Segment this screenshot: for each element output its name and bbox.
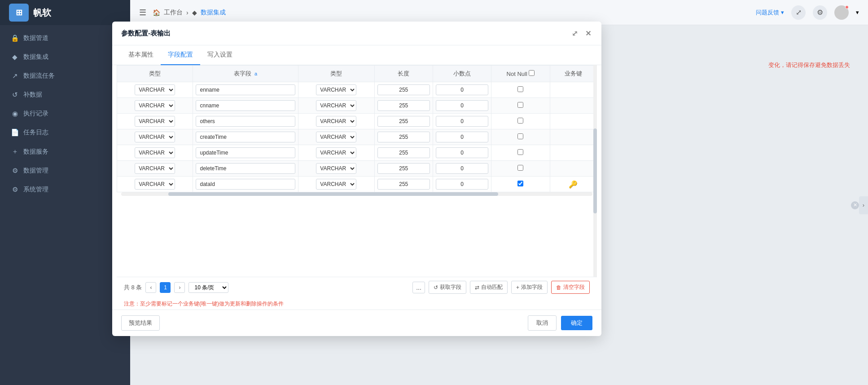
decimal-input[interactable] <box>436 163 488 174</box>
cell-type1: VARCHARINTBIGINTTEXTDATEDATETIMEFLOATDOU… <box>117 82 193 98</box>
type1-select[interactable]: VARCHARINTBIGINTTEXTDATEDATETIMEFLOATDOU… <box>135 84 175 95</box>
type1-select[interactable]: VARCHARINTBIGINTTEXTDATEDATETIMEFLOATDOU… <box>135 132 175 142</box>
length-input[interactable] <box>377 100 430 111</box>
total-count: 共 8 条 <box>124 283 142 292</box>
decimal-input[interactable] <box>436 147 488 158</box>
length-input[interactable] <box>377 84 430 95</box>
type1-select[interactable]: VARCHARINTBIGINTTEXTDATEDATETIMEFLOATDOU… <box>135 163 175 174</box>
not-null-checkbox[interactable] <box>517 133 523 139</box>
settings-icon-btn[interactable]: ⚙ <box>813 5 827 20</box>
close-notice-btn[interactable]: ✕ <box>851 201 859 209</box>
tab-write[interactable]: 写入设置 <box>200 45 240 65</box>
type2-select[interactable]: VARCHARINTBIGINTTEXTDATEDATETIMEFLOATDOU… <box>316 179 356 190</box>
type1-select[interactable]: VARCHARINTBIGINTTEXTDATEDATETIMEFLOATDOU… <box>135 179 175 190</box>
table-field-input[interactable] <box>196 84 295 95</box>
next-page-btn[interactable]: › <box>174 282 185 293</box>
menu-icon[interactable]: ☰ <box>139 8 146 18</box>
sidebar-item-data-flow[interactable]: ↗ 数据流任务 <box>0 66 130 85</box>
table-field-input[interactable] <box>196 179 295 190</box>
length-input[interactable] <box>377 132 430 142</box>
tab-fields[interactable]: 字段配置 <box>161 45 200 65</box>
table-field-input[interactable] <box>196 100 295 111</box>
sidebar-item-data-manage[interactable]: ⚙ 数据管理 <box>0 161 130 180</box>
type2-select[interactable]: VARCHARINTBIGINTTEXTDATEDATETIMEFLOATDOU… <box>316 163 356 174</box>
type2-select[interactable]: VARCHARINTBIGINTTEXTDATEDATETIMEFLOATDOU… <box>316 84 356 95</box>
table-field-input[interactable] <box>196 163 295 174</box>
task-log-icon: 📄 <box>11 128 19 137</box>
refresh-icon: ↺ <box>434 284 438 291</box>
tab-basic[interactable]: 基本属性 <box>121 45 161 65</box>
type1-select[interactable]: VARCHARINTBIGINTTEXTDATEDATETIMEFLOATDOU… <box>135 116 175 127</box>
preview-btn[interactable]: 预览结果 <box>121 315 160 331</box>
auto-match-icon: ⇄ <box>475 284 479 291</box>
length-input[interactable] <box>377 116 430 127</box>
table-field-input[interactable] <box>196 147 295 158</box>
type2-select[interactable]: VARCHARINTBIGINTTEXTDATEDATETIMEFLOATDOU… <box>316 147 356 158</box>
auto-match-btn[interactable]: ⇄ 自动匹配 <box>470 281 508 294</box>
type1-select[interactable]: VARCHARINTBIGINTTEXTDATEDATETIMEFLOATDOU… <box>135 100 175 111</box>
breadcrumb-workbench[interactable]: 工作台 <box>164 9 183 17</box>
not-null-checkbox[interactable] <box>517 86 523 92</box>
length-input[interactable] <box>377 147 430 158</box>
table-field-input[interactable] <box>196 116 295 127</box>
decimal-input[interactable] <box>436 100 488 111</box>
cell-type2: VARCHARINTBIGINTTEXTDATEDATETIMEFLOATDOU… <box>298 161 374 177</box>
not-null-checkbox[interactable] <box>517 165 523 171</box>
decimal-input[interactable] <box>436 179 488 190</box>
sidebar-item-data-service[interactable]: ＋ 数据服务 <box>0 142 130 161</box>
type2-select[interactable]: VARCHARINTBIGINTTEXTDATEDATETIMEFLOATDOU… <box>316 100 356 111</box>
sidebar-item-label: 任务日志 <box>23 128 48 137</box>
type2-select[interactable]: VARCHARINTBIGINTTEXTDATEDATETIMEFLOATDOU… <box>316 116 356 127</box>
user-avatar[interactable] <box>834 5 849 20</box>
action-buttons: ... ↺ 获取字段 ⇄ 自动匹配 + 添加字段 🗑 清空字段 <box>412 281 590 294</box>
sidebar-item-label: 补数据 <box>23 91 42 99</box>
page-1-btn[interactable]: 1 <box>160 282 171 293</box>
clear-fields-btn[interactable]: 🗑 清空字段 <box>551 281 590 294</box>
prev-page-btn[interactable]: ‹ <box>145 282 156 293</box>
confirm-btn[interactable]: 确定 <box>561 316 592 330</box>
not-null-checkbox[interactable] <box>517 181 523 186</box>
decimal-input[interactable] <box>436 116 488 127</box>
not-null-checkbox[interactable] <box>517 149 523 155</box>
user-menu-chevron[interactable]: ▾ <box>856 9 859 16</box>
dialog-expand-btn[interactable]: ⤢ <box>570 29 579 38</box>
vertical-scrollbar[interactable] <box>593 65 597 277</box>
sidebar-item-data-integration[interactable]: ◆ 数据集成 <box>0 48 130 66</box>
sidebar-item-supplement[interactable]: ↺ 补数据 <box>0 85 130 104</box>
length-input[interactable] <box>377 179 430 190</box>
fetch-fields-btn[interactable]: ↺ 获取字段 <box>429 281 466 294</box>
not-null-header-checkbox[interactable] <box>529 70 535 76</box>
dialog-header: 参数配置-表输出 ⤢ ✕ <box>112 22 601 45</box>
type1-select[interactable]: VARCHARINTBIGINTTEXTDATEDATETIMEFLOATDOU… <box>135 147 175 158</box>
add-icon: + <box>516 284 519 291</box>
sidebar-item-data-pipeline[interactable]: 🔒 数据管道 <box>0 29 130 48</box>
page-size-select[interactable]: 10 条/页 20 条/页 50 条/页 100 条/页 <box>189 282 228 293</box>
sidebar-collapse-btn[interactable]: › <box>859 196 868 214</box>
cell-table-field <box>193 129 298 145</box>
table-field-input[interactable] <box>196 132 295 142</box>
table-scroll-area[interactable]: 类型 表字段 a 类型 长度 小数点 Not Null 业务键 VARCHARI… <box>117 65 597 277</box>
type2-select[interactable]: VARCHARINTBIGINTTEXTDATEDATETIMEFLOATDOU… <box>316 132 356 142</box>
add-field-btn[interactable]: + 添加字段 <box>511 281 548 294</box>
cell-length <box>374 129 433 145</box>
not-null-checkbox[interactable] <box>517 118 523 124</box>
decimal-input[interactable] <box>436 84 488 95</box>
feedback-link[interactable]: 问题反馈 ▾ <box>756 9 784 17</box>
table-row: VARCHARINTBIGINTTEXTDATEDATETIMEFLOATDOU… <box>117 161 597 177</box>
col-table-field: 表字段 a <box>193 66 298 82</box>
breadcrumb-data-integration[interactable]: 数据集成 <box>201 9 226 17</box>
sidebar-item-sys-manage[interactable]: ⚙ 系统管理 <box>0 180 130 199</box>
length-input[interactable] <box>377 163 430 174</box>
more-btn[interactable]: ... <box>412 282 425 293</box>
data-flow-icon: ↗ <box>11 72 19 80</box>
dialog-close-btn[interactable]: ✕ <box>583 29 592 38</box>
cancel-btn[interactable]: 取消 <box>528 315 557 331</box>
cell-type1: VARCHARINTBIGINTTEXTDATEDATETIMEFLOATDOU… <box>117 114 193 129</box>
decimal-input[interactable] <box>436 132 488 142</box>
fullscreen-button[interactable]: ⤢ <box>791 5 806 20</box>
not-null-checkbox[interactable] <box>517 102 523 108</box>
cell-type2: VARCHARINTBIGINTTEXTDATEDATETIMEFLOATDOU… <box>298 145 374 161</box>
sidebar-item-task-log[interactable]: 📄 任务日志 <box>0 123 130 142</box>
horizontal-scrollbar[interactable] <box>121 192 592 196</box>
sidebar-item-exec-log[interactable]: ◉ 执行记录 <box>0 104 130 123</box>
